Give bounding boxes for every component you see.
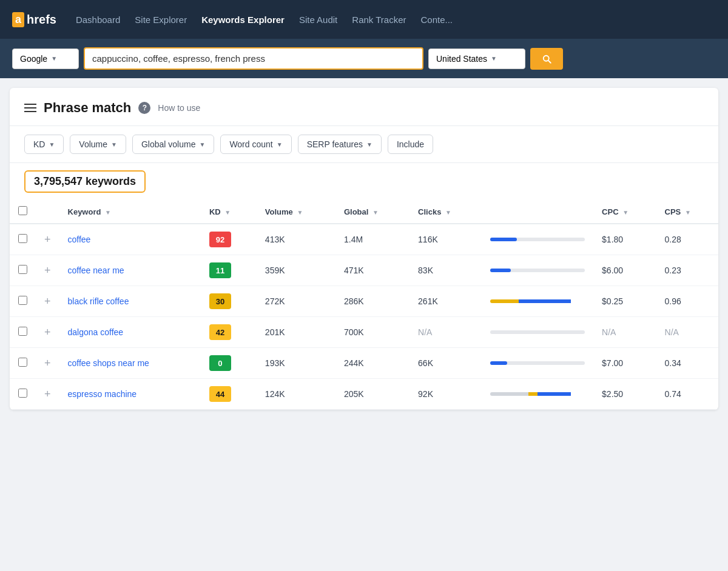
kd-badge: 30: [209, 293, 231, 309]
th-volume[interactable]: Volume ▼: [257, 200, 335, 224]
cell-keyword: espresso machine: [59, 379, 201, 410]
add-keyword-btn[interactable]: +: [44, 233, 51, 245]
global-sort-icon: ▼: [372, 209, 379, 216]
nav-rank-tracker[interactable]: Rank Tracker: [352, 15, 406, 25]
th-global[interactable]: Global ▼: [335, 200, 410, 224]
add-keyword-btn[interactable]: +: [44, 295, 51, 307]
cell-kd: 0: [201, 348, 257, 379]
filter-word-count[interactable]: Word count ▼: [220, 135, 291, 154]
add-keyword-btn[interactable]: +: [44, 326, 51, 338]
volume-value: 201K: [265, 327, 285, 337]
global-value: 244K: [344, 358, 364, 368]
cell-global: 286K: [335, 286, 410, 317]
filter-kd[interactable]: KD ▼: [24, 135, 64, 154]
cell-clicks: 83K: [410, 255, 482, 286]
clicks-bar: [490, 361, 585, 365]
hamburger-menu[interactable]: [24, 104, 36, 112]
bar-blue: [519, 299, 571, 303]
cell-kd: 92: [201, 224, 257, 255]
cell-bar: [482, 224, 593, 255]
cell-add: +: [36, 224, 59, 255]
row-checkbox[interactable]: [18, 234, 27, 243]
add-keyword-btn[interactable]: +: [44, 357, 51, 369]
th-cpc[interactable]: CPC ▼: [593, 200, 656, 224]
clicks-value: 66K: [418, 358, 433, 368]
cell-volume: 359K: [257, 255, 335, 286]
country-select[interactable]: United States ▼: [428, 48, 525, 69]
keyword-link[interactable]: coffee: [68, 235, 91, 244]
filter-global-volume[interactable]: Global volume ▼: [132, 135, 214, 154]
select-all-checkbox[interactable]: [18, 206, 27, 215]
keywords-count-wrapper: 3,795,547 keywords: [10, 163, 718, 200]
table-row: +dalgona coffee42201K700KN/A N/AN/A: [10, 317, 718, 348]
filter-include[interactable]: Include: [388, 135, 433, 154]
cps-value: 0.34: [665, 358, 681, 368]
search-button[interactable]: [530, 48, 563, 70]
cell-add: +: [36, 379, 59, 410]
keywords-table: Keyword ▼ KD ▼ Volume ▼ Global ▼: [10, 200, 718, 410]
row-checkbox[interactable]: [18, 296, 27, 305]
bar-blue: [538, 392, 571, 396]
row-checkbox[interactable]: [18, 389, 27, 398]
nav-site-explorer[interactable]: Site Explorer: [135, 15, 187, 25]
filter-serp-features[interactable]: SERP features ▼: [298, 135, 382, 154]
cell-cps: 0.23: [656, 255, 718, 286]
row-checkbox[interactable]: [18, 327, 27, 336]
engine-select[interactable]: Google ▼: [12, 48, 79, 69]
bar-fill: [490, 361, 507, 365]
filter-word-count-label: Word count: [229, 139, 272, 149]
cell-kd: 30: [201, 286, 257, 317]
cell-check: [10, 348, 36, 379]
cell-cpc: $1.80: [593, 224, 656, 255]
keyword-link[interactable]: dalgona coffee: [68, 327, 124, 337]
cell-cps: 0.74: [656, 379, 718, 410]
cell-add: +: [36, 255, 59, 286]
bar-bg: [490, 238, 585, 241]
bar-dual: [490, 299, 585, 303]
th-clicks[interactable]: Clicks ▼: [410, 200, 482, 224]
clicks-bar: [490, 238, 585, 241]
keyword-link[interactable]: coffee shops near me: [68, 358, 149, 368]
nav-site-audit[interactable]: Site Audit: [299, 15, 337, 25]
keywords-table-wrapper: Keyword ▼ KD ▼ Volume ▼ Global ▼: [10, 200, 718, 410]
logo[interactable]: a hrefs: [12, 12, 56, 27]
nav-keywords-explorer[interactable]: Keywords Explorer: [201, 15, 285, 25]
cell-kd: 42: [201, 317, 257, 348]
row-checkbox[interactable]: [18, 265, 27, 274]
filter-global-volume-label: Global volume: [141, 139, 196, 149]
keyword-link[interactable]: coffee near me: [68, 265, 124, 275]
how-to-use-link[interactable]: How to use: [158, 103, 200, 113]
keyword-link[interactable]: espresso machine: [68, 389, 137, 399]
global-value: 286K: [344, 296, 364, 306]
filter-kd-label: KD: [33, 139, 45, 149]
add-keyword-btn[interactable]: +: [44, 264, 51, 276]
th-keyword[interactable]: Keyword ▼: [59, 200, 201, 224]
keywords-count-box: 3,795,547 keywords: [24, 170, 146, 193]
clicks-value: 116K: [418, 235, 438, 244]
cell-keyword: dalgona coffee: [59, 317, 201, 348]
table-row: +espresso machine44124K205K92K $2.500.74: [10, 379, 718, 410]
global-value: 205K: [344, 389, 364, 399]
search-input[interactable]: [84, 47, 423, 70]
keyword-link[interactable]: black rifle coffee: [68, 296, 129, 306]
filter-volume[interactable]: Volume ▼: [70, 135, 126, 154]
filter-kd-chevron: ▼: [49, 141, 55, 148]
search-bar: Google ▼ United States ▼: [0, 39, 728, 78]
main-content: Phrase match ? How to use KD ▼ Volume ▼ …: [10, 88, 718, 410]
th-kd[interactable]: KD ▼: [201, 200, 257, 224]
cell-keyword: black rifle coffee: [59, 286, 201, 317]
help-icon[interactable]: ?: [138, 102, 150, 114]
filter-global-volume-chevron: ▼: [199, 141, 205, 148]
filter-include-label: Include: [397, 139, 424, 149]
add-keyword-btn[interactable]: +: [44, 388, 51, 400]
country-chevron: ▼: [491, 55, 497, 62]
cps-value: 0.23: [665, 265, 681, 275]
nav-content[interactable]: Conte...: [421, 15, 453, 25]
row-checkbox[interactable]: [18, 358, 27, 367]
kd-badge: 11: [209, 262, 231, 278]
global-value: 1.4M: [344, 235, 363, 244]
th-cps[interactable]: CPS ▼: [656, 200, 718, 224]
nav-dashboard[interactable]: Dashboard: [76, 15, 120, 25]
cell-check: [10, 317, 36, 348]
kd-sort-icon: ▼: [224, 209, 231, 216]
